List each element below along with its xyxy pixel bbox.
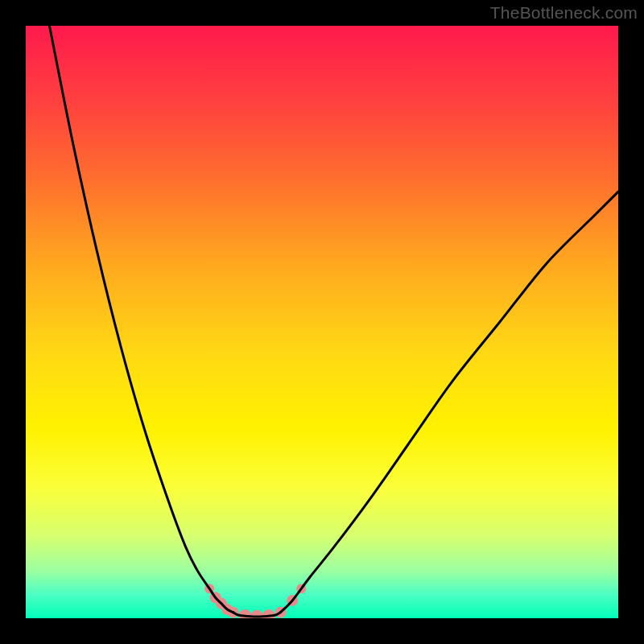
series-right-curve xyxy=(280,192,618,613)
watermark-text: TheBottleneck.com xyxy=(490,3,638,23)
chart-svg xyxy=(26,26,618,618)
plot-area xyxy=(26,26,618,618)
series-left-curve xyxy=(49,26,233,613)
line-layer xyxy=(49,26,618,617)
chart-frame: TheBottleneck.com xyxy=(0,0,644,644)
